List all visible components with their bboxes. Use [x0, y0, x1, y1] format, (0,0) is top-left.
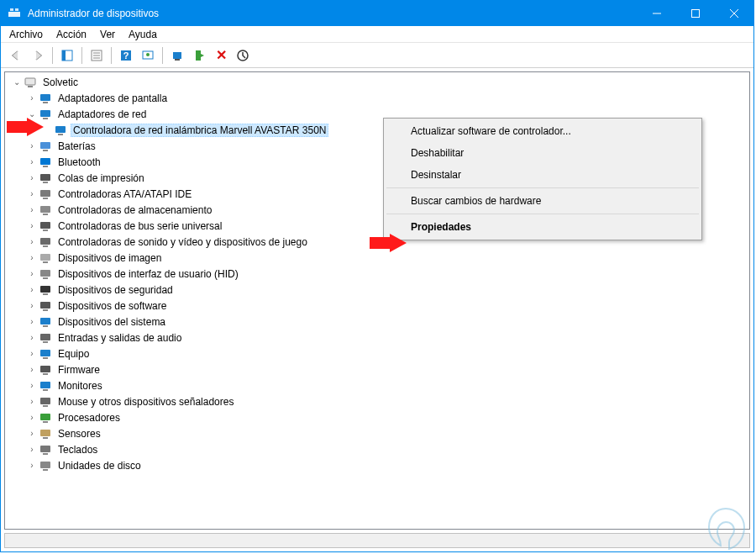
svg-rect-22 — [28, 86, 33, 87]
svg-rect-18 — [175, 59, 180, 61]
tree-category[interactable]: › Firmware — [7, 361, 748, 377]
tree-category[interactable]: › Dispositivos de software — [7, 298, 748, 314]
svg-rect-50 — [43, 309, 48, 311]
tree-category-label: Sensores — [55, 427, 103, 441]
svg-rect-37 — [40, 206, 50, 213]
svg-rect-17 — [173, 52, 181, 59]
uninstall-button[interactable] — [189, 45, 209, 66]
expander-icon[interactable]: › — [25, 349, 39, 358]
tree-category[interactable]: › Entradas y salidas de audio — [7, 330, 748, 346]
tree-category[interactable]: › Sensores — [7, 425, 748, 441]
expander-icon[interactable]: › — [25, 333, 39, 342]
update-driver-button[interactable] — [167, 45, 187, 66]
device-category-icon — [39, 219, 52, 233]
tree-category[interactable]: › Teclados — [7, 441, 748, 457]
close-button[interactable] — [715, 1, 753, 26]
svg-rect-53 — [40, 334, 50, 340]
scan-hardware-button[interactable] — [138, 45, 158, 66]
svg-rect-24 — [43, 102, 48, 103]
context-menu-item[interactable]: Deshabilitar — [386, 142, 700, 164]
expander-icon[interactable]: › — [25, 381, 39, 390]
expander-icon[interactable]: › — [25, 157, 39, 166]
tree-category[interactable]: › Unidades de disco — [7, 457, 748, 473]
svg-rect-32 — [43, 166, 48, 167]
svg-rect-31 — [40, 158, 50, 165]
tree-category-label: Baterías — [55, 140, 98, 153]
expander-icon[interactable]: › — [25, 317, 39, 326]
expander-icon[interactable]: › — [25, 173, 39, 182]
expander-icon[interactable]: ⌄ — [10, 77, 24, 87]
device-tree-container[interactable]: ⌄ Solvetic › Adaptadores de pantalla ⌄ A… — [4, 71, 750, 530]
tree-category-label: Adaptadores de red — [55, 108, 149, 121]
tree-root[interactable]: ⌄ Solvetic — [7, 74, 748, 90]
expander-icon[interactable]: › — [25, 269, 39, 278]
tree-category[interactable]: › Mouse y otros dispositivos señaladores — [7, 393, 748, 409]
svg-rect-60 — [43, 389, 48, 391]
expander-icon[interactable]: › — [25, 205, 39, 214]
expander-icon[interactable]: › — [25, 397, 39, 406]
svg-rect-44 — [43, 261, 48, 263]
tree-category-label: Dispositivos de seguridad — [55, 283, 176, 297]
tree-category[interactable]: › Dispositivos del sistema — [7, 314, 748, 330]
context-menu-item[interactable]: Desinstalar — [386, 164, 700, 186]
svg-rect-2 — [15, 8, 18, 11]
menu-accion[interactable]: Acción — [50, 27, 93, 42]
expander-icon[interactable]: › — [25, 445, 39, 454]
maximize-button[interactable] — [676, 1, 715, 26]
svg-rect-54 — [43, 341, 48, 343]
tree-category[interactable]: › Procesadores — [7, 409, 748, 425]
svg-rect-19 — [196, 50, 201, 61]
expander-icon[interactable]: › — [25, 461, 39, 470]
tree-category[interactable]: › Adaptadores de pantalla — [7, 90, 748, 106]
svg-marker-72 — [370, 234, 407, 252]
tree-category-label: Teclados — [55, 443, 100, 456]
forward-button[interactable] — [28, 45, 48, 66]
show-hide-console-tree-button[interactable] — [57, 45, 77, 66]
svg-rect-28 — [58, 134, 63, 135]
menu-archivo[interactable]: Archivo — [3, 27, 50, 42]
expander-icon[interactable]: › — [25, 285, 39, 294]
expander-icon[interactable]: › — [25, 429, 39, 438]
computer-icon — [24, 76, 37, 89]
minimize-button[interactable] — [638, 1, 676, 26]
context-menu-item[interactable]: Buscar cambios de hardware — [386, 190, 700, 212]
tree-category-label: Dispositivos de imagen — [55, 251, 164, 265]
enable-button[interactable] — [233, 45, 253, 66]
expander-icon[interactable]: › — [25, 189, 39, 198]
tree-category[interactable]: › Dispositivos de seguridad — [7, 282, 748, 298]
tree-category[interactable]: › Monitores — [7, 377, 748, 393]
device-category-icon — [39, 395, 52, 409]
svg-rect-70 — [43, 469, 48, 471]
device-category-icon — [39, 427, 52, 441]
context-menu-item[interactable]: Propiedades — [386, 216, 700, 238]
annotation-arrow-2 — [370, 234, 407, 252]
expander-icon[interactable]: › — [25, 301, 39, 310]
menu-ayuda[interactable]: Ayuda — [122, 27, 164, 42]
device-category-icon — [39, 363, 52, 377]
disable-button[interactable]: ✕ — [211, 45, 231, 66]
tree-category[interactable]: › Dispositivos de interfaz de usuario (H… — [7, 266, 748, 282]
expander-icon[interactable]: › — [25, 93, 39, 103]
expander-icon[interactable]: › — [25, 253, 39, 262]
context-menu-item[interactable]: Actualizar software de controlador... — [386, 120, 700, 142]
svg-rect-41 — [40, 238, 50, 245]
svg-rect-62 — [43, 405, 48, 407]
svg-rect-66 — [43, 437, 48, 439]
tree-category-label: Firmware — [55, 363, 102, 377]
device-category-icon — [39, 235, 52, 249]
tree-category-label: Controladoras ATA/ATAPI IDE — [55, 187, 194, 201]
svg-rect-1 — [10, 8, 13, 11]
expander-icon[interactable]: › — [25, 413, 39, 422]
svg-rect-69 — [40, 462, 50, 468]
properties-button[interactable] — [87, 45, 107, 66]
back-button[interactable] — [6, 45, 26, 66]
tree-category[interactable]: › Equipo — [7, 346, 748, 361]
help-button[interactable]: ? — [116, 45, 136, 66]
expander-icon[interactable]: › — [25, 141, 39, 150]
watermark-icon — [701, 502, 751, 552]
context-menu: Actualizar software de controlador...Des… — [383, 118, 702, 240]
expander-icon[interactable]: › — [25, 365, 39, 374]
expander-icon[interactable]: › — [25, 221, 39, 230]
menu-ver[interactable]: Ver — [93, 27, 122, 42]
expander-icon[interactable]: › — [25, 237, 39, 246]
